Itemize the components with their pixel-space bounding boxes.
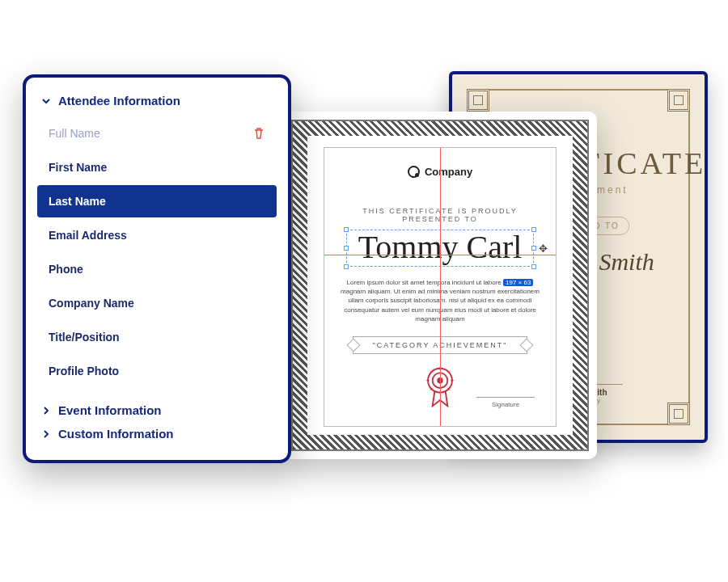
section-title: Attendee Information <box>58 94 180 108</box>
field-label: Title/Position <box>49 331 120 344</box>
field-label: Profile Photo <box>49 365 119 377</box>
section-header-custom[interactable]: Custom Information <box>34 422 280 445</box>
field-label: Company Name <box>49 297 134 310</box>
field-phone[interactable]: Phone <box>37 253 277 285</box>
field-title-position[interactable]: Title/Position <box>37 321 277 353</box>
resize-handle-icon[interactable] <box>344 264 349 269</box>
field-full-name[interactable]: Full Name <box>37 117 277 150</box>
field-profile-photo[interactable]: Profile Photo <box>37 355 277 387</box>
field-last-name[interactable]: Last Name <box>37 185 277 217</box>
selection-dimensions-badge: 197 × 63 <box>503 279 533 286</box>
fields-panel: Attendee Information Full Name First Nam… <box>23 74 291 463</box>
signature-slot: Signature <box>476 397 535 408</box>
resize-handle-icon[interactable] <box>531 264 536 269</box>
field-label: Last Name <box>49 195 106 208</box>
alignment-guide-horizontal <box>324 255 557 255</box>
resize-handle-icon[interactable] <box>344 227 349 232</box>
resize-handle-icon[interactable] <box>531 246 536 251</box>
certificate-card-front[interactable]: Company THIS CERTIFICATE IS PROUDLY PRES… <box>283 112 597 459</box>
field-email-address[interactable]: Email Address <box>37 219 277 251</box>
field-label: Phone <box>49 263 83 276</box>
resize-handle-icon[interactable] <box>531 227 536 232</box>
chevron-down-icon <box>40 95 52 107</box>
section-title: Event Information <box>58 403 162 417</box>
company-logo-icon <box>408 166 420 178</box>
alignment-guide-vertical <box>440 147 441 427</box>
move-icon[interactable]: ✥ <box>539 242 548 255</box>
field-label: First Name <box>49 161 107 174</box>
attendee-fields-list: Full Name First Name Last Name Email Add… <box>37 117 277 387</box>
field-label: Email Address <box>49 229 127 242</box>
resize-handle-icon[interactable] <box>344 246 349 251</box>
section-title: Custom Information <box>58 427 174 441</box>
chevron-right-icon <box>40 428 52 440</box>
field-company-name[interactable]: Company Name <box>37 287 277 319</box>
chevron-right-icon <box>40 405 52 416</box>
trash-icon[interactable] <box>252 127 265 140</box>
section-header-attendee[interactable]: Attendee Information <box>34 89 280 112</box>
section-header-event[interactable]: Event Information <box>34 399 280 422</box>
field-label: Full Name <box>49 127 100 140</box>
field-first-name[interactable]: First Name <box>37 151 277 183</box>
